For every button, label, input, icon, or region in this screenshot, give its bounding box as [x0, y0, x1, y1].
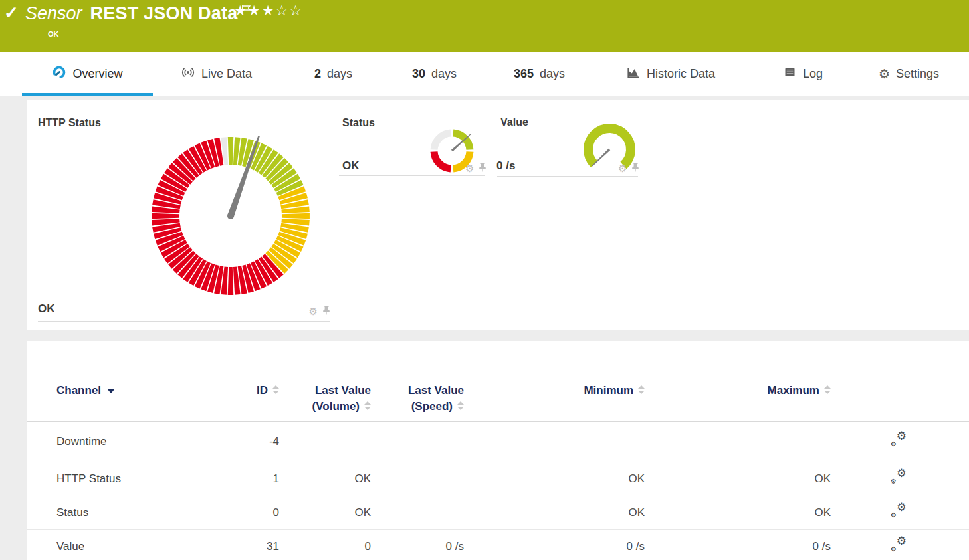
tab-settings[interactable]: ⚙ Settings: [879, 52, 939, 96]
status-gauge-title: Status: [342, 117, 375, 129]
last-value-speed: 0 /s: [371, 529, 464, 560]
gear-icon[interactable]: ⚙: [618, 163, 627, 173]
value-tile-actions: ⚙: [618, 162, 639, 175]
last-value-volume: 0: [279, 529, 371, 560]
channel-table: Channel ID Last Value (Volume) Last Valu…: [27, 375, 969, 560]
sensor-status-text: OK: [48, 30, 59, 38]
sort-icon: [824, 385, 831, 394]
tile-divider: [339, 175, 485, 176]
tab-label: Overview: [72, 67, 122, 81]
tab-2-days[interactable]: 2 days: [314, 52, 352, 96]
tab-label: Settings: [896, 67, 939, 81]
column-header-last-value-speed[interactable]: Last Value (Speed): [371, 375, 464, 421]
column-header-minimum[interactable]: Minimum: [464, 375, 645, 421]
tab-bar: Overview Live Data 2 days 30 days 365 da…: [0, 52, 969, 96]
tab-label: Live Data: [201, 67, 252, 81]
tab-label: days: [431, 67, 457, 81]
sort-desc-icon: [107, 389, 115, 393]
tab-label: Log: [803, 67, 823, 81]
minimum-value: OK: [464, 462, 645, 496]
channel-name[interactable]: HTTP Status: [27, 462, 199, 496]
table-row[interactable]: Value 31 0 0 /s 0 /s 0 /s ⚙⚙: [27, 529, 969, 560]
status-gauge-value: OK: [342, 159, 360, 173]
last-value-volume: OK: [279, 462, 371, 496]
column-header-last-value-volume[interactable]: Last Value (Volume): [279, 375, 371, 421]
sort-icon: [364, 401, 371, 410]
table-row[interactable]: Downtime -4 ⚙⚙: [27, 421, 969, 462]
value-gauge-title: Value: [500, 116, 528, 128]
tab-number: 30: [412, 67, 425, 81]
channel-id: -4: [199, 421, 279, 462]
pin-icon[interactable]: [322, 305, 330, 318]
channel-table-panel: Channel ID Last Value (Volume) Last Valu…: [27, 341, 969, 560]
tile-divider: [38, 321, 330, 322]
maximum-value: 0 /s: [645, 529, 831, 560]
tile-divider: [497, 176, 638, 177]
channel-name[interactable]: Downtime: [27, 421, 199, 462]
pin-icon[interactable]: [631, 162, 639, 175]
channel-name[interactable]: Status: [27, 496, 199, 529]
channel-settings-gears-icon[interactable]: ⚙⚙: [891, 432, 907, 447]
tab-label: days: [540, 67, 565, 81]
last-value-volume: [279, 421, 371, 462]
maximum-value: OK: [645, 496, 831, 529]
table-row[interactable]: Status 0 OK OK OK ⚙⚙: [27, 496, 969, 529]
gear-icon[interactable]: ⚙: [309, 306, 318, 316]
tab-365-days[interactable]: 365 days: [514, 52, 565, 96]
tab-label: Historic Data: [647, 67, 715, 81]
page-title: REST JSON Data: [90, 3, 238, 24]
minimum-value: 0 /s: [464, 529, 645, 560]
last-value-speed: [371, 421, 464, 462]
sort-icon: [638, 385, 645, 394]
star-rating[interactable]: ★★★☆☆: [234, 3, 303, 19]
tab-overview[interactable]: Overview: [22, 52, 153, 96]
log-icon: [783, 65, 797, 82]
column-header-channel[interactable]: Channel: [27, 375, 199, 421]
tab-log[interactable]: Log: [783, 52, 823, 96]
table-row[interactable]: HTTP Status 1 OK OK OK ⚙⚙: [27, 462, 969, 496]
sort-icon: [272, 385, 279, 394]
value-gauge-value: 0 /s: [496, 159, 515, 173]
channel-name[interactable]: Value: [27, 529, 199, 560]
pin-icon[interactable]: [479, 162, 486, 175]
tab-30-days[interactable]: 30 days: [412, 52, 457, 96]
sensor-kind-label: Sensor: [25, 3, 82, 24]
column-header-id[interactable]: ID: [199, 375, 279, 421]
gear-icon: ⚙: [879, 68, 890, 80]
channel-id: 31: [199, 529, 279, 560]
last-value-volume: OK: [279, 496, 371, 529]
gear-icon[interactable]: ⚙: [465, 163, 474, 173]
tab-live-data[interactable]: Live Data: [181, 52, 252, 96]
channel-settings-gears-icon[interactable]: ⚙⚙: [891, 470, 907, 484]
maximum-value: [645, 421, 831, 462]
http-status-gauge[interactable]: [141, 126, 320, 306]
http-status-gauge-value: OK: [38, 302, 55, 316]
channel-settings-gears-icon[interactable]: ⚙⚙: [891, 504, 907, 518]
maximum-value: OK: [645, 462, 831, 496]
area-chart-icon: [626, 65, 641, 83]
last-value-speed: [371, 462, 464, 496]
status-tile-actions: ⚙: [465, 162, 486, 175]
column-header-maximum[interactable]: Maximum: [645, 375, 831, 421]
minimum-value: [464, 421, 645, 462]
last-value-speed: [371, 496, 464, 529]
tab-label: days: [327, 67, 352, 81]
tab-number: 2: [314, 67, 321, 81]
minimum-value: OK: [464, 496, 645, 529]
column-header-settings: [831, 375, 930, 421]
sensor-title-row: Sensor REST JSON Data: [25, 3, 252, 24]
overview-gauges-panel: HTTP Status OK ⚙ Status OK ⚙ Value 0 /s …: [27, 100, 969, 330]
gauge-icon: [52, 65, 66, 83]
sort-icon: [457, 401, 464, 410]
sensor-header: ✓ Sensor REST JSON Data ★★★☆☆ OK: [0, 0, 969, 52]
channel-id: 1: [199, 462, 279, 496]
channel-id: 0: [199, 496, 279, 529]
check-icon: ✓: [4, 3, 19, 23]
broadcast-icon: [181, 65, 195, 83]
tab-historic-data[interactable]: Historic Data: [626, 52, 715, 96]
tab-number: 365: [514, 67, 534, 81]
channel-settings-gears-icon[interactable]: ⚙⚙: [891, 537, 907, 552]
http-status-tile-actions: ⚙: [309, 305, 330, 318]
http-status-gauge-title: HTTP Status: [38, 117, 101, 129]
